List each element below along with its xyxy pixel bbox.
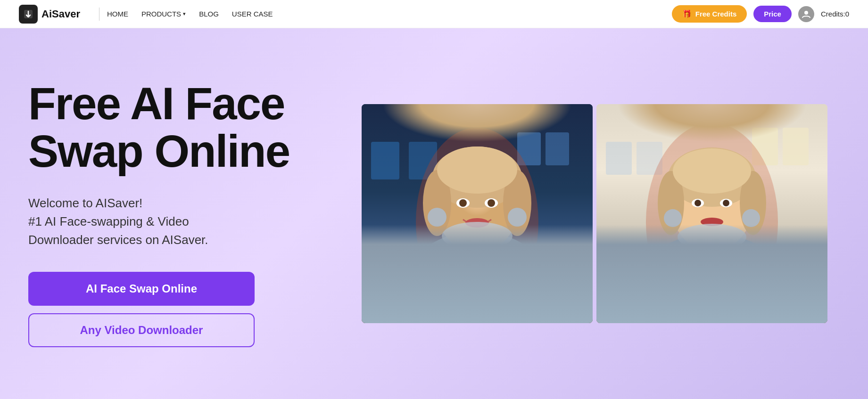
svg-point-41 bbox=[723, 200, 729, 206]
svg-point-22 bbox=[428, 208, 446, 227]
svg-rect-32 bbox=[695, 231, 728, 260]
svg-point-20 bbox=[465, 218, 489, 228]
svg-point-47 bbox=[752, 264, 799, 311]
svg-point-19 bbox=[488, 199, 495, 207]
price-button[interactable]: Price bbox=[753, 6, 792, 22]
svg-point-16 bbox=[456, 198, 470, 208]
avatar[interactable] bbox=[798, 6, 814, 22]
svg-rect-26 bbox=[783, 128, 809, 165]
svg-point-50 bbox=[752, 264, 800, 312]
video-downloader-button[interactable]: Any Video Downloader bbox=[28, 313, 255, 347]
credits-badge: Credits:0 bbox=[821, 10, 849, 18]
svg-point-39 bbox=[694, 200, 701, 206]
svg-point-18 bbox=[485, 198, 498, 208]
logo-icon bbox=[19, 5, 38, 24]
swapped-face-image bbox=[596, 104, 827, 323]
svg-point-14 bbox=[503, 170, 531, 236]
free-credits-button[interactable]: 🎁 Free Credits bbox=[672, 5, 747, 23]
svg-rect-10 bbox=[461, 231, 494, 260]
svg-rect-28 bbox=[637, 142, 662, 175]
hero-buttons: AI Face Swap Online Any Video Downloader bbox=[28, 272, 255, 347]
svg-point-15 bbox=[437, 147, 517, 194]
svg-point-36 bbox=[740, 171, 766, 235]
svg-point-46 bbox=[751, 263, 800, 312]
svg-point-1 bbox=[804, 11, 808, 15]
original-face-image bbox=[362, 104, 593, 323]
hero-section: Free AI Face Swap Online Welcome to AISa… bbox=[0, 28, 868, 399]
svg-point-23 bbox=[508, 208, 527, 227]
svg-point-9 bbox=[392, 260, 562, 323]
svg-point-7 bbox=[416, 128, 538, 316]
face-swap-images bbox=[362, 104, 827, 323]
svg-point-44 bbox=[664, 209, 682, 227]
svg-point-34 bbox=[668, 147, 756, 207]
chevron-down-icon: ▾ bbox=[183, 11, 186, 17]
svg-point-43 bbox=[678, 224, 746, 250]
svg-point-11 bbox=[435, 154, 520, 252]
svg-point-30 bbox=[634, 234, 790, 323]
svg-point-35 bbox=[658, 171, 684, 235]
svg-point-13 bbox=[423, 170, 451, 236]
hero-subtitle: Welcome to AISaver! #1 AI Face-swapping … bbox=[28, 194, 330, 249]
svg-point-48 bbox=[764, 272, 787, 299]
svg-point-38 bbox=[692, 199, 704, 207]
navbar-right: 🎁 Free Credits Price Credits:0 bbox=[672, 5, 849, 23]
svg-point-8 bbox=[402, 231, 553, 323]
nav-item-user-case[interactable]: USER CASE bbox=[232, 10, 273, 18]
logo-text: AiSaver bbox=[41, 8, 80, 20]
nav-links: HOME PRODUCTS ▾ BLOG USER CASE bbox=[107, 10, 672, 18]
svg-rect-4 bbox=[409, 142, 437, 179]
svg-point-37 bbox=[673, 148, 751, 194]
nav-item-home[interactable]: HOME bbox=[107, 10, 128, 18]
ai-face-swap-button[interactable]: AI Face Swap Online bbox=[28, 272, 255, 306]
logo-area[interactable]: AiSaver bbox=[19, 5, 80, 24]
hero-right bbox=[349, 104, 840, 323]
hero-left: Free AI Face Swap Online Welcome to AISa… bbox=[28, 80, 349, 347]
svg-rect-2 bbox=[362, 104, 593, 323]
svg-point-49 bbox=[763, 268, 788, 285]
svg-rect-27 bbox=[606, 142, 632, 175]
nav-item-products[interactable]: PRODUCTS ▾ bbox=[141, 10, 186, 18]
hero-title: Free AI Face Swap Online bbox=[28, 80, 330, 175]
svg-rect-5 bbox=[517, 132, 541, 165]
svg-point-40 bbox=[720, 199, 732, 207]
svg-point-31 bbox=[625, 264, 799, 323]
svg-point-33 bbox=[670, 155, 753, 252]
svg-point-21 bbox=[442, 222, 513, 250]
svg-point-17 bbox=[459, 199, 467, 207]
svg-rect-6 bbox=[546, 132, 569, 165]
svg-point-29 bbox=[646, 123, 778, 321]
navbar: AiSaver HOME PRODUCTS ▾ BLOG USER CASE 🎁… bbox=[0, 0, 868, 28]
svg-point-45 bbox=[742, 209, 760, 227]
svg-rect-25 bbox=[752, 128, 778, 165]
nav-divider bbox=[99, 8, 99, 21]
svg-rect-24 bbox=[596, 104, 827, 323]
svg-rect-3 bbox=[371, 142, 399, 179]
nav-item-blog[interactable]: BLOG bbox=[199, 10, 219, 18]
svg-point-42 bbox=[701, 218, 723, 226]
svg-point-12 bbox=[432, 147, 522, 208]
gift-icon: 🎁 bbox=[682, 9, 692, 18]
